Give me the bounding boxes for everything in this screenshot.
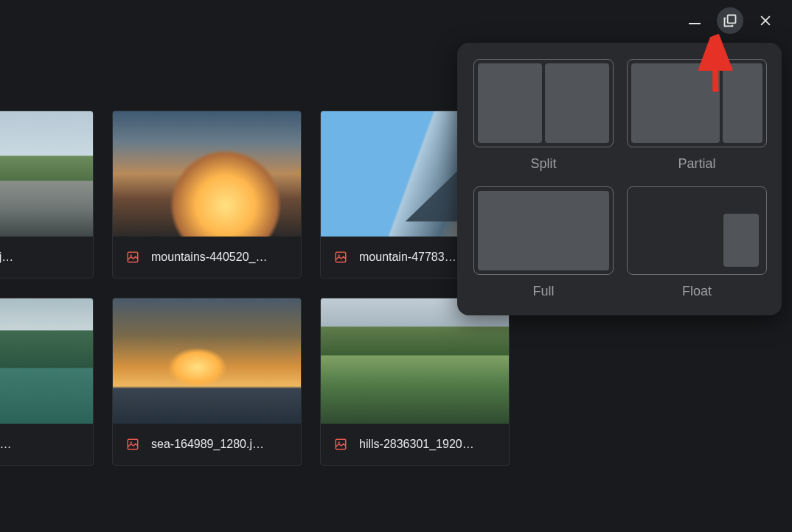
file-row: 079_1280.j… mountains-440520_… — [0, 111, 510, 279]
layout-option-partial[interactable]: Partial — [627, 59, 767, 172]
svg-point-11 — [131, 441, 132, 443]
layout-option-float[interactable]: Float — [627, 186, 767, 299]
file-name: hills-2836301_1920… — [359, 438, 474, 451]
close-icon — [758, 13, 773, 28]
layout-option-full[interactable]: Full — [473, 186, 614, 299]
layout-preview-partial — [627, 59, 767, 147]
image-icon — [126, 438, 139, 451]
file-name: mountain-47783… — [359, 251, 456, 264]
thumbnail — [0, 111, 93, 237]
layout-label-partial: Partial — [678, 156, 715, 172]
file-tile[interactable]: sea-164989_1280.j… — [112, 298, 302, 466]
thumbnail — [321, 298, 509, 424]
layout-preview-full — [473, 186, 614, 275]
layout-icon — [723, 13, 737, 28]
file-row: -3601004_… sea-164989_1280.j… — [0, 298, 510, 466]
file-tile[interactable]: hills-2836301_1920… — [320, 298, 510, 466]
svg-point-13 — [338, 441, 340, 443]
image-icon — [334, 438, 347, 451]
svg-rect-0 — [728, 15, 736, 24]
file-tile[interactable]: mountains-440520_… — [112, 111, 302, 279]
layout-option-split[interactable]: Split — [473, 59, 614, 172]
minimize-button[interactable] — [681, 7, 708, 34]
file-name: -3601004_… — [0, 438, 12, 451]
layout-label-float: Float — [682, 284, 712, 299]
svg-point-5 — [131, 254, 132, 256]
image-icon — [334, 251, 347, 264]
file-tile[interactable]: 079_1280.j… — [0, 111, 94, 279]
layout-label-full: Full — [532, 284, 554, 299]
close-button[interactable] — [752, 7, 779, 34]
file-name: 079_1280.j… — [0, 251, 13, 264]
layout-preview-float — [627, 186, 767, 275]
file-name: sea-164989_1280.j… — [151, 438, 264, 451]
minimize-icon — [689, 23, 701, 24]
file-name: mountains-440520_… — [151, 251, 267, 264]
svg-point-7 — [338, 254, 340, 256]
file-tile[interactable]: -3601004_… — [0, 298, 94, 466]
thumbnail — [113, 111, 301, 237]
thumbnail — [0, 298, 93, 424]
layout-button[interactable] — [717, 7, 743, 34]
window-controls — [668, 0, 792, 41]
layout-label-split: Split — [530, 156, 556, 172]
layout-preview-split — [473, 59, 614, 147]
image-icon — [126, 251, 139, 264]
layout-popover: Split Partial Full Float — [457, 43, 782, 315]
thumbnail — [113, 298, 301, 424]
file-grid: 079_1280.j… mountains-440520_… — [0, 111, 510, 466]
